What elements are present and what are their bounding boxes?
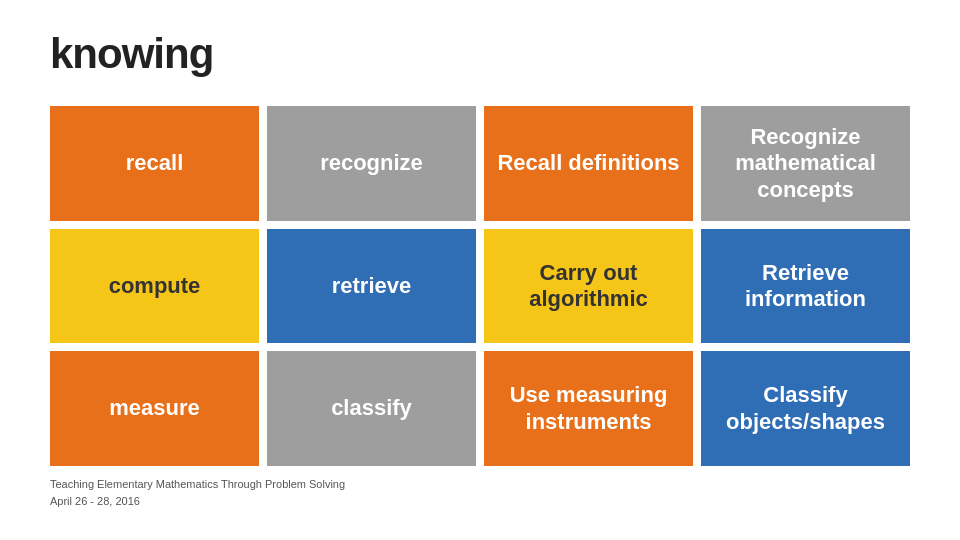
cell-compute: compute [50, 229, 259, 344]
page: knowing recall recognize Recall definiti… [0, 0, 960, 540]
cell-use-measuring: Use measuring instruments [484, 351, 693, 466]
cell-classify-objects: Classify objects/shapes [701, 351, 910, 466]
cell-retrieve-info: Retrieve information [701, 229, 910, 344]
footer-line1: Teaching Elementary Mathematics Through … [50, 476, 910, 493]
cell-recall-definitions: Recall definitions [484, 106, 693, 221]
cell-recognize-math: Recognize mathematical concepts [701, 106, 910, 221]
cell-recall: recall [50, 106, 259, 221]
cell-carry-out: Carry out algorithmic [484, 229, 693, 344]
cell-classify: classify [267, 351, 476, 466]
footer-line2: April 26 - 28, 2016 [50, 493, 910, 510]
footer: Teaching Elementary Mathematics Through … [50, 476, 910, 509]
cell-recognize: recognize [267, 106, 476, 221]
page-title: knowing [50, 30, 910, 78]
cell-measure: measure [50, 351, 259, 466]
concept-grid: recall recognize Recall definitions Reco… [50, 106, 910, 466]
cell-retrieve: retrieve [267, 229, 476, 344]
